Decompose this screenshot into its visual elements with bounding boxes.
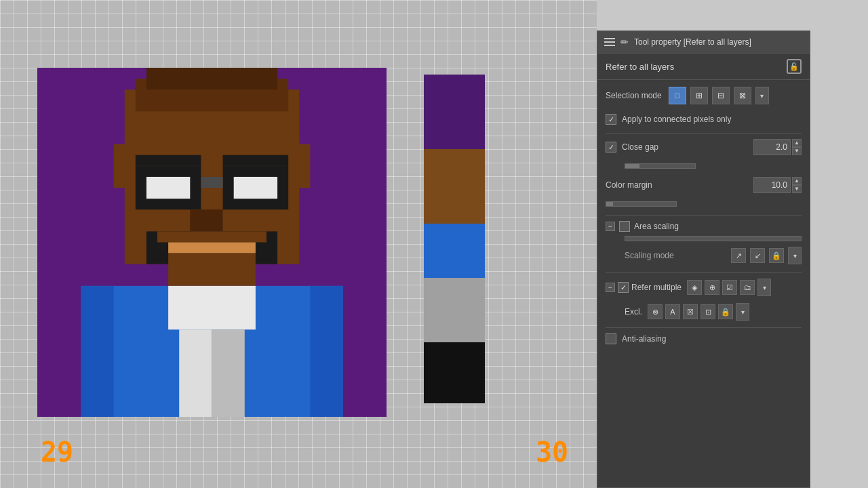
svg-rect-16	[168, 243, 256, 253]
color-margin-label: Color margin	[606, 180, 748, 190]
excl-icon-4[interactable]: ⊡	[701, 304, 715, 319]
excl-icon-1[interactable]: ⊗	[648, 304, 663, 319]
close-gap-up[interactable]: ▲	[792, 139, 802, 147]
svg-rect-15	[157, 231, 267, 242]
color-margin-input[interactable]	[753, 177, 791, 193]
svg-rect-12	[223, 155, 289, 166]
hamburger-menu[interactable]	[604, 38, 615, 46]
svg-rect-8	[146, 177, 190, 199]
frame-number-right: 30	[536, 436, 568, 468]
svg-rect-11	[136, 155, 201, 166]
svg-rect-4	[114, 144, 136, 188]
swatch-purple[interactable]	[424, 75, 485, 149]
svg-rect-9	[234, 177, 277, 199]
refer-icon-3[interactable]: ☑	[722, 280, 737, 295]
swatch-gray[interactable]	[424, 278, 485, 342]
selection-mode-dropdown[interactable]: ▾	[755, 87, 769, 104]
canvas-area: 29 30	[0, 0, 597, 488]
panel-header: ✏ Tool property [Refer to all layers]	[597, 31, 810, 54]
apply-connected-label: Apply to connected pixels only	[622, 115, 731, 124]
refer-icon-2[interactable]: ⊕	[705, 280, 719, 295]
svg-rect-22	[81, 286, 113, 417]
svg-rect-23	[310, 286, 342, 417]
color-margin-value-container: ▲ ▼	[753, 177, 802, 193]
scaling-mode-btn-1[interactable]: ↗	[731, 248, 746, 263]
selection-mode-label: Selection mode	[606, 91, 662, 100]
area-scaling-slider-container	[606, 236, 802, 241]
mode-btn-add[interactable]: ⊞	[690, 87, 708, 104]
close-gap-input[interactable]	[753, 139, 791, 155]
swatch-brown[interactable]	[424, 149, 485, 224]
lock-icon[interactable]: 🔓	[787, 59, 802, 74]
color-margin-row: Color margin ▲ ▼	[606, 177, 802, 193]
tool-panel: ✏ Tool property [Refer to all layers] Re…	[597, 30, 810, 488]
sub-header-text: Refer to all layers	[606, 62, 674, 72]
panel-content: Selection mode □ ⊞ ⊟ ⊠ ▾ Apply to connec…	[597, 80, 810, 351]
close-gap-checkbox[interactable]	[606, 142, 616, 152]
pencil-tool-icon: ✏	[620, 37, 629, 47]
excl-label: Excl.	[625, 307, 642, 317]
svg-rect-20	[179, 329, 212, 417]
color-margin-slider[interactable]	[606, 201, 677, 207]
color-margin-up[interactable]: ▲	[792, 177, 802, 185]
scaling-mode-row: Scaling mode ↗ ↙ 🔒 ▾	[606, 247, 802, 264]
svg-rect-13	[190, 209, 222, 231]
close-gap-value-container: ▲ ▼	[753, 139, 802, 155]
area-scaling-collapse[interactable]: −	[606, 222, 615, 231]
scaling-mode-dropdown[interactable]: ▾	[788, 247, 802, 264]
divider-4	[606, 327, 802, 328]
swatch-blue[interactable]	[424, 224, 485, 278]
refer-multiple-collapse[interactable]: −	[606, 283, 615, 292]
refer-icon-4[interactable]: 🗂	[740, 280, 755, 295]
mode-btn-intersect[interactable]: ⊠	[734, 87, 751, 104]
swatches-panel	[424, 75, 485, 403]
close-gap-down[interactable]: ▼	[792, 147, 802, 155]
refer-icon-1[interactable]: ◈	[687, 280, 702, 295]
close-gap-slider[interactable]	[625, 163, 696, 169]
area-scaling-header: − Area scaling	[606, 221, 802, 232]
frame-number-left: 29	[41, 436, 73, 468]
mode-btn-new[interactable]: □	[669, 87, 686, 104]
excl-icon-2[interactable]: A	[665, 304, 680, 319]
apply-connected-row: Apply to connected pixels only	[606, 114, 802, 125]
anti-alias-row: Anti-aliasing	[606, 333, 802, 344]
panel-header-title: Tool property [Refer to all layers]	[634, 37, 751, 47]
divider-3	[606, 272, 802, 273]
scaling-mode-btn-3[interactable]: 🔒	[769, 248, 784, 263]
divider-2	[606, 215, 802, 216]
close-gap-slider-row	[606, 163, 802, 169]
color-margin-spinners: ▲ ▼	[792, 177, 802, 193]
panel-sub-header: Refer to all layers 🔓	[597, 54, 810, 80]
selection-mode-row: Selection mode □ ⊞ ⊟ ⊠ ▾	[606, 87, 802, 104]
color-margin-slider-row	[606, 201, 802, 207]
svg-rect-21	[212, 329, 245, 417]
area-scaling-label: Area scaling	[634, 222, 679, 231]
svg-rect-19	[168, 286, 256, 329]
area-scaling-checkbox[interactable]	[619, 221, 630, 232]
close-gap-spinners: ▲ ▼	[792, 139, 802, 155]
color-margin-down[interactable]: ▼	[792, 185, 802, 193]
svg-rect-3	[146, 68, 277, 89]
apply-connected-checkbox[interactable]	[606, 114, 616, 125]
divider-1	[606, 133, 802, 134]
excl-icon-3[interactable]: ☒	[683, 304, 698, 319]
excl-icon-5[interactable]: 🔒	[718, 304, 733, 319]
area-scaling-slider[interactable]	[625, 236, 802, 241]
anti-alias-checkbox[interactable]	[606, 333, 616, 344]
refer-multiple-checkbox[interactable]	[618, 282, 629, 293]
refer-multiple-label: Refer multiple	[631, 283, 682, 292]
scaling-mode-btn-2[interactable]: ↙	[750, 248, 765, 263]
anti-alias-label: Anti-aliasing	[622, 334, 666, 344]
close-gap-label: Close gap	[622, 142, 748, 152]
mode-btn-sub[interactable]: ⊟	[712, 87, 730, 104]
excl-row: Excl. ⊗ A ☒ ⊡ 🔒 ▾	[606, 303, 802, 321]
svg-rect-5	[288, 144, 310, 188]
refer-multiple-dropdown[interactable]: ▾	[757, 279, 771, 296]
svg-rect-10	[201, 177, 222, 188]
swatch-black[interactable]	[424, 342, 485, 403]
scaling-mode-label: Scaling mode	[625, 251, 727, 260]
excl-dropdown[interactable]: ▾	[736, 303, 749, 321]
pixel-art-canvas[interactable]	[37, 68, 387, 417]
close-gap-row: Close gap ▲ ▼	[606, 139, 802, 155]
svg-rect-17	[168, 253, 256, 286]
